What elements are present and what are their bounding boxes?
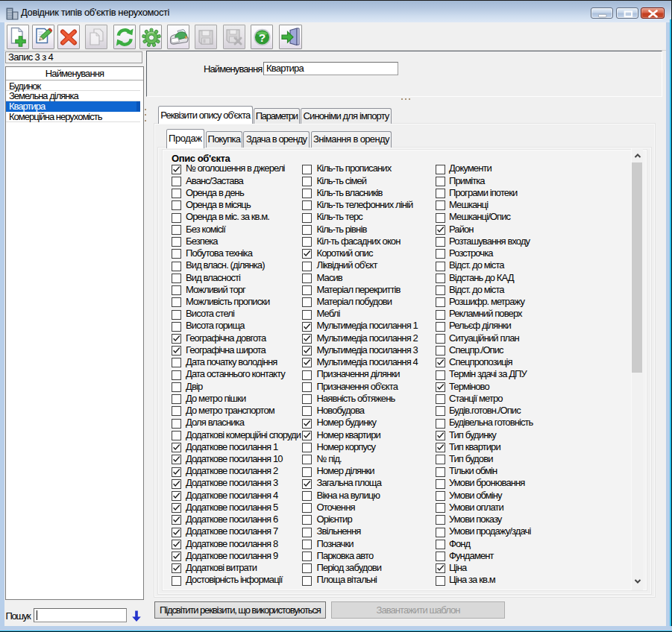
svg-text:?: ? <box>259 31 266 44</box>
